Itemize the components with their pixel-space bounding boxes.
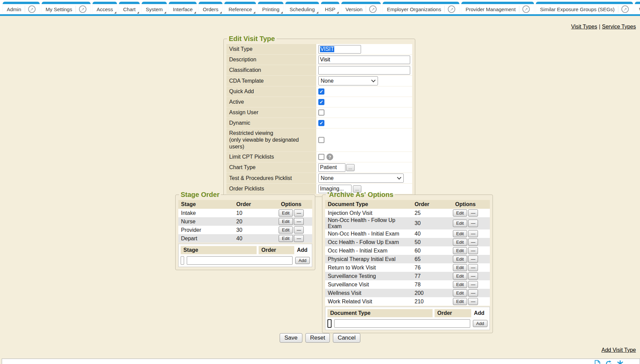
new-document-type-input[interactable]	[327, 319, 332, 328]
save-button[interactable]: Save	[280, 333, 302, 343]
refresh-icon[interactable]	[605, 360, 612, 364]
add-stage-button[interactable]: Add	[295, 257, 310, 264]
column-header: Stage	[178, 201, 234, 207]
tab-label: Scheduling	[289, 6, 315, 12]
tab-printing[interactable]: Printing	[258, 2, 283, 14]
tab-scheduling[interactable]: Scheduling	[285, 2, 319, 14]
remove-button[interactable]: —	[294, 235, 304, 242]
edit-button[interactable]: Edit	[453, 239, 467, 246]
add-visit-type-link[interactable]: Add Visit Type	[601, 347, 636, 353]
remove-button[interactable]: —	[468, 247, 478, 255]
chart-type-row: Chart Type Patient...	[226, 162, 412, 173]
remove-button[interactable]: —	[468, 256, 478, 263]
tab-label: Orders	[203, 6, 218, 12]
edit-button[interactable]: Edit	[453, 256, 467, 263]
remove-button[interactable]: —	[468, 230, 478, 238]
restricted-viewing-checkbox[interactable]	[318, 137, 324, 143]
external-link-icon[interactable]: ↗	[621, 5, 629, 13]
remove-button[interactable]: —	[294, 218, 304, 225]
tab-label: Chart	[123, 6, 136, 12]
chart-type-browse-button[interactable]: ...	[346, 164, 355, 171]
edit-button[interactable]: Edit	[453, 272, 467, 280]
edit-button[interactable]: Edit	[453, 220, 467, 227]
external-link-icon[interactable]: ↗	[79, 5, 86, 13]
limit-cpt-checkbox[interactable]	[318, 154, 324, 160]
field-label: Restricted viewing	[229, 130, 314, 137]
table-row: Non-Occ Health - Initial Exam 40 Edit—	[325, 229, 490, 238]
tab-admin[interactable]: Admin ↗	[3, 2, 40, 14]
remove-button[interactable]: —	[468, 209, 478, 217]
field-label: Chart Type	[226, 162, 316, 173]
external-link-icon[interactable]: ↗	[28, 5, 36, 13]
document-type-cell: Return to Work Visit	[325, 265, 412, 271]
tab-my-settings[interactable]: My Settings ↗	[42, 2, 91, 14]
edit-button[interactable]: Edit	[279, 226, 293, 234]
edit-button[interactable]: Edit	[279, 218, 293, 225]
tab-system[interactable]: System	[142, 2, 167, 14]
cda-template-select[interactable]: None	[318, 76, 378, 85]
edit-button[interactable]: Edit	[453, 264, 467, 271]
tab-access[interactable]: Access	[93, 2, 117, 14]
edit-button[interactable]: Edit	[453, 230, 467, 238]
remove-button[interactable]: —	[468, 281, 478, 288]
tab-interface[interactable]: Interface	[169, 2, 197, 14]
new-stage-input[interactable]	[181, 256, 184, 265]
add-column-header: Order	[259, 246, 294, 254]
remove-button[interactable]: —	[468, 298, 478, 305]
classification-input[interactable]	[318, 66, 410, 75]
chart-type-input[interactable]: Patient	[318, 163, 345, 172]
external-link-icon[interactable]: ↗	[522, 5, 530, 13]
new-stage-order-input[interactable]	[187, 256, 293, 265]
quick-add-checkbox[interactable]	[318, 88, 324, 95]
tab-separator	[444, 6, 445, 13]
edit-button[interactable]: Edit	[279, 235, 293, 242]
edit-visit-type-legend: Edit Visit Type	[227, 35, 277, 43]
edit-button[interactable]: Edit	[453, 289, 467, 297]
remove-button[interactable]: —	[468, 264, 478, 271]
new-document-order-input[interactable]	[334, 319, 470, 328]
edit-button[interactable]: Edit	[453, 209, 467, 217]
edit-button[interactable]: Edit	[453, 281, 467, 288]
external-link-icon[interactable]: ↗	[448, 5, 455, 13]
add-document-type-button[interactable]: Add	[473, 320, 487, 327]
edit-button[interactable]: Edit	[453, 247, 467, 255]
edit-button[interactable]: Edit	[279, 209, 293, 217]
tab-chart[interactable]: Chart	[119, 2, 140, 14]
remove-button[interactable]: —	[468, 289, 478, 297]
visit-types-link[interactable]: Visit Types	[571, 24, 597, 29]
tab-work-locations[interactable]: Work Locations ↗	[635, 2, 640, 14]
document-icon[interactable]	[595, 360, 600, 364]
archive-table-header: Document Type Order Options	[325, 200, 490, 209]
tab-reference[interactable]: Reference	[224, 2, 256, 14]
tab-separator	[519, 6, 519, 13]
remove-button[interactable]: —	[468, 272, 478, 280]
cancel-button[interactable]: Cancel	[333, 333, 360, 343]
visit-type-input[interactable]: VISIT	[318, 45, 361, 54]
test-procedures-select[interactable]: None	[318, 174, 404, 183]
tab-employer-organizations[interactable]: Employer Organizations ↗	[383, 2, 459, 14]
document-type-cell: Occ Health - Initial Exam	[325, 248, 412, 254]
tab-version[interactable]: Version ↗	[341, 2, 381, 14]
tab-similar-exposure-groups[interactable]: Similar Exposure Groups (SEGs) ↗	[536, 2, 633, 14]
tab-provider-management[interactable]: Provider Management ↗	[461, 2, 534, 14]
table-row: Surveillance Visit 78 Edit—	[325, 280, 490, 289]
asterisk-icon[interactable]	[617, 360, 623, 364]
table-row: Provider 30 Edit—	[178, 226, 312, 234]
remove-button[interactable]: —	[294, 209, 304, 217]
tab-hsp[interactable]: HSP	[321, 2, 340, 14]
add-column-header: Add	[473, 309, 487, 317]
remove-button[interactable]: —	[468, 220, 478, 227]
tab-orders[interactable]: Orders	[199, 2, 222, 14]
help-icon[interactable]: ?	[326, 154, 333, 160]
edit-button[interactable]: Edit	[453, 298, 467, 305]
service-types-link[interactable]: Service Types	[602, 24, 636, 29]
remove-button[interactable]: —	[294, 226, 304, 234]
reset-button[interactable]: Reset	[305, 333, 330, 343]
dynamic-checkbox[interactable]	[318, 120, 324, 126]
assign-user-checkbox[interactable]	[318, 109, 324, 116]
external-link-icon[interactable]: ↗	[369, 5, 377, 13]
description-input[interactable]	[318, 56, 410, 64]
remove-button[interactable]: —	[468, 239, 478, 246]
tab-label: My Settings	[46, 6, 72, 12]
active-checkbox[interactable]	[318, 99, 324, 105]
